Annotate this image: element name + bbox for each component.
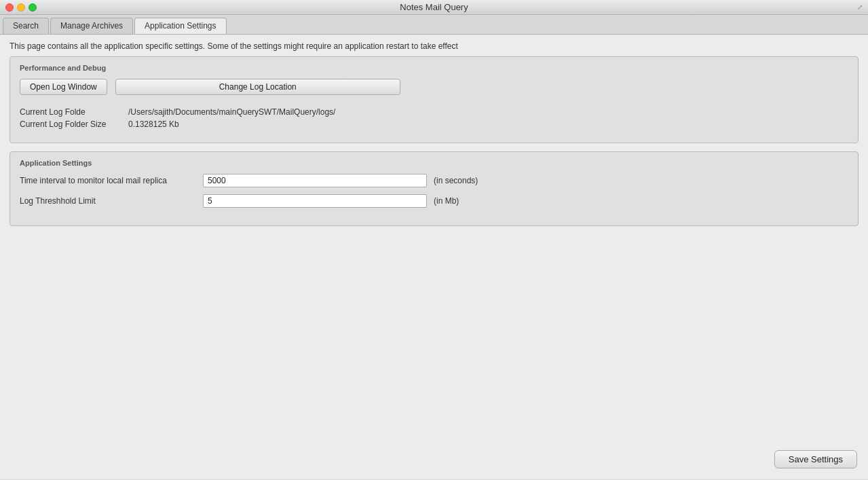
log-buttons-row: Open Log Window Change Log Location [20, 79, 848, 95]
current-log-folder-value: /Users/sajith/Documents/mainQuerySWT/Mai… [128, 107, 335, 117]
minimize-button[interactable] [17, 3, 25, 12]
time-interval-row: Time interval to monitor local mail repl… [20, 174, 848, 187]
tab-search[interactable]: Search [3, 18, 49, 34]
current-log-folder-size-value: 0.1328125 Kb [128, 119, 179, 129]
maximize-button[interactable] [29, 3, 37, 12]
current-log-folder-row: Current Log Folde /Users/sajith/Document… [20, 107, 848, 117]
time-interval-unit: (in seconds) [434, 176, 478, 185]
window-controls[interactable] [5, 3, 37, 12]
close-button[interactable] [5, 3, 14, 12]
save-settings-button[interactable]: Save Settings [774, 450, 857, 468]
change-log-location-button[interactable]: Change Log Location [115, 79, 400, 95]
time-interval-label: Time interval to monitor local mail repl… [20, 176, 203, 185]
tab-manage-archives[interactable]: Manage Archives [50, 18, 133, 34]
current-log-folder-size-row: Current Log Folder Size 0.1328125 Kb [20, 119, 848, 129]
log-threshold-unit: (in Mb) [434, 196, 459, 206]
info-text: This page contains all the application s… [10, 41, 858, 51]
log-threshold-label: Log Threshhold Limit [20, 196, 203, 206]
log-threshold-input[interactable] [203, 194, 427, 208]
window-title: Notes Mail Query [400, 2, 468, 12]
log-threshold-row: Log Threshhold Limit (in Mb) [20, 194, 848, 208]
title-bar: Notes Mail Query ⤢ [0, 0, 868, 15]
current-log-folder-size-label: Current Log Folder Size [20, 119, 128, 129]
current-log-folder-label: Current Log Folde [20, 107, 128, 117]
performance-section: Performance and Debug Open Log Window Ch… [10, 56, 858, 143]
tab-application-settings[interactable]: Application Settings [134, 18, 226, 34]
main-content: This page contains all the application s… [0, 35, 868, 479]
resize-icon: ⤢ [857, 3, 863, 11]
tab-bar: Search Manage Archives Application Setti… [0, 15, 868, 35]
open-log-window-button[interactable]: Open Log Window [20, 79, 107, 95]
app-settings-legend: Application Settings [20, 159, 848, 167]
app-settings-section: Application Settings Time interval to mo… [10, 151, 858, 226]
time-interval-input[interactable] [203, 174, 427, 187]
performance-legend: Performance and Debug [20, 64, 848, 72]
